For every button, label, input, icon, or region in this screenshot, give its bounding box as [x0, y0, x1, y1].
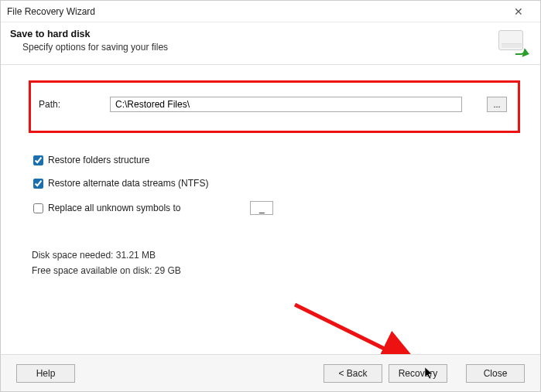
replace-symbols-option[interactable]: Replace all unknown symbols to	[33, 201, 520, 215]
replace-symbols-label: Replace all unknown symbols to	[48, 203, 180, 213]
options-group: Restore folders structure Restore altern…	[33, 155, 520, 215]
wizard-header: Save to hard disk Specify options for sa…	[1, 22, 540, 65]
page-title: Save to hard disk	[10, 29, 497, 39]
disk-space-needed: Disk space needed: 31.21 MB	[32, 247, 520, 263]
path-section-highlight: Path: ...	[29, 80, 520, 133]
back-button[interactable]: < Back	[324, 364, 382, 383]
titlebar: File Recovery Wizard ✕	[1, 1, 540, 22]
restore-ads-option[interactable]: Restore alternate data streams (NTFS)	[33, 178, 520, 189]
restore-ads-label: Restore alternate data streams (NTFS)	[48, 178, 208, 189]
close-button[interactable]: Close	[466, 364, 525, 383]
close-icon[interactable]: ✕	[503, 5, 534, 18]
restore-folders-option[interactable]: Restore folders structure	[33, 155, 520, 165]
restore-ads-checkbox[interactable]	[33, 179, 43, 189]
window-title: File Recovery Wizard	[7, 6, 503, 17]
disk-info: Disk space needed: 31.21 MB Free space a…	[32, 247, 520, 279]
replace-symbols-input[interactable]	[250, 201, 273, 215]
recovery-button[interactable]: Recovery	[389, 364, 447, 383]
save-to-disk-icon	[497, 29, 528, 56]
path-input[interactable]	[110, 97, 462, 112]
restore-folders-label: Restore folders structure	[48, 155, 149, 165]
wizard-footer: Help < Back Recovery Close	[1, 354, 540, 391]
replace-symbols-checkbox[interactable]	[33, 203, 43, 213]
path-label: Path:	[39, 99, 85, 110]
svg-line-1	[295, 305, 411, 362]
help-button[interactable]: Help	[16, 364, 75, 383]
restore-folders-checkbox[interactable]	[33, 155, 43, 165]
wizard-content: Path: ... Restore folders structure Rest…	[1, 65, 540, 287]
disk-space-free: Free space available on disk: 29 GB	[32, 263, 520, 278]
browse-button[interactable]: ...	[487, 97, 507, 112]
page-subtitle: Specify options for saving your files	[22, 42, 497, 53]
